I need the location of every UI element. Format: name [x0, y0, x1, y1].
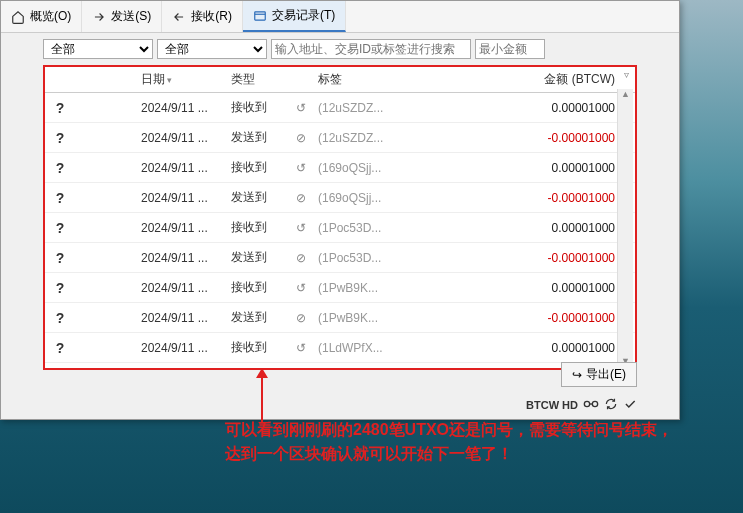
type-cell: 接收到	[225, 93, 290, 123]
table-row[interactable]: ?2024/9/11 ...接收到↺(12uSZDZ...0.00001000	[45, 93, 635, 123]
status-icon: ?	[45, 243, 75, 273]
svg-point-1	[584, 401, 589, 406]
direction-icon: ↺	[290, 93, 312, 123]
type-cell: 发送到	[225, 183, 290, 213]
type-cell: 接收到	[225, 333, 290, 363]
date-cell: 2024/9/11 ...	[135, 153, 225, 183]
min-amount-input[interactable]	[475, 39, 545, 59]
amount-cell: 0.00001000	[412, 273, 635, 303]
status-text: BTCW HD	[526, 399, 578, 411]
bottom-actions: ↪ 导出(E)	[561, 362, 637, 387]
table-row[interactable]: ?2024/9/11 ...发送到⊘(1LdWPfX...-0.00001000	[45, 363, 635, 371]
svg-point-2	[592, 401, 597, 406]
date-cell: 2024/9/11 ...	[135, 363, 225, 371]
transactions-table-container: 日期▾ 类型 标签 金额 (BTCW)▿ ?2024/9/11 ...接收到↺(…	[43, 65, 637, 370]
sync-icon	[604, 397, 618, 413]
label-cell: (169oQSjj...	[312, 183, 412, 213]
empty-cell	[75, 303, 135, 333]
empty-cell	[75, 93, 135, 123]
table-row[interactable]: ?2024/9/11 ...接收到↺(1LdWPfX...0.00001000	[45, 333, 635, 363]
amount-cell: -0.00001000	[412, 243, 635, 273]
amount-cell: 0.00001000	[412, 153, 635, 183]
table-row[interactable]: ?2024/9/11 ...接收到↺(1Poc53D...0.00001000	[45, 213, 635, 243]
tab-send-label: 发送(S)	[111, 8, 151, 25]
svg-rect-0	[255, 11, 266, 19]
amount-cell: 0.00001000	[412, 213, 635, 243]
label-cell: (1Poc53D...	[312, 213, 412, 243]
header-amount[interactable]: 金额 (BTCW)▿	[412, 67, 635, 93]
scrollbar[interactable]	[617, 89, 633, 366]
date-cell: 2024/9/11 ...	[135, 123, 225, 153]
table-row[interactable]: ?2024/9/11 ...接收到↺(1PwB9K...0.00001000	[45, 273, 635, 303]
type-cell: 接收到	[225, 153, 290, 183]
list-icon	[253, 9, 267, 23]
export-label: 导出(E)	[586, 366, 626, 383]
direction-icon: ⊘	[290, 363, 312, 371]
date-cell: 2024/9/11 ...	[135, 213, 225, 243]
main-toolbar: 概览(O) 发送(S) 接收(R) 交易记录(T)	[1, 1, 679, 33]
date-filter-select[interactable]: 全部	[43, 39, 153, 59]
send-icon	[92, 10, 106, 24]
header-date[interactable]: 日期▾	[135, 67, 225, 93]
transactions-table: 日期▾ 类型 标签 金额 (BTCW)▿ ?2024/9/11 ...接收到↺(…	[45, 67, 635, 370]
table-row[interactable]: ?2024/9/11 ...接收到↺(169oQSjj...0.00001000	[45, 153, 635, 183]
status-bar: BTCW HD	[526, 397, 637, 413]
direction-icon: ⊘	[290, 303, 312, 333]
label-cell: (1PwB9K...	[312, 303, 412, 333]
direction-icon: ↺	[290, 273, 312, 303]
type-filter-select[interactable]: 全部	[157, 39, 267, 59]
wallet-window: 概览(O) 发送(S) 接收(R) 交易记录(T) 全部 全部	[0, 0, 680, 420]
date-cell: 2024/9/11 ...	[135, 93, 225, 123]
status-icon: ?	[45, 273, 75, 303]
status-icon: ?	[45, 363, 75, 371]
tab-receive[interactable]: 接收(R)	[162, 1, 243, 32]
direction-icon: ⊘	[290, 123, 312, 153]
tab-transactions-label: 交易记录(T)	[272, 7, 335, 24]
check-icon	[623, 397, 637, 413]
empty-cell	[75, 153, 135, 183]
type-cell: 接收到	[225, 273, 290, 303]
label-cell: (1PwB9K...	[312, 273, 412, 303]
direction-icon: ↺	[290, 333, 312, 363]
direction-icon: ⊘	[290, 243, 312, 273]
direction-icon: ↺	[290, 213, 312, 243]
header-type[interactable]: 类型	[225, 67, 290, 93]
label-cell: (169oQSjj...	[312, 153, 412, 183]
label-cell: (12uSZDZ...	[312, 123, 412, 153]
export-icon: ↪	[572, 368, 582, 382]
receive-icon	[172, 10, 186, 24]
type-cell: 发送到	[225, 123, 290, 153]
empty-cell	[75, 333, 135, 363]
amount-cell: -0.00001000	[412, 303, 635, 333]
tab-overview[interactable]: 概览(O)	[1, 1, 82, 32]
status-icon: ?	[45, 153, 75, 183]
label-cell: (1LdWPfX...	[312, 333, 412, 363]
dropdown-icon: ▿	[624, 69, 629, 80]
search-input[interactable]	[271, 39, 471, 59]
status-icon: ?	[45, 333, 75, 363]
glasses-icon	[583, 399, 599, 411]
empty-cell	[75, 243, 135, 273]
label-cell: (12uSZDZ...	[312, 93, 412, 123]
tab-overview-label: 概览(O)	[30, 8, 71, 25]
table-row[interactable]: ?2024/9/11 ...发送到⊘(1PwB9K...-0.00001000	[45, 303, 635, 333]
table-row[interactable]: ?2024/9/11 ...发送到⊘(1Poc53D...-0.00001000	[45, 243, 635, 273]
svg-marker-4	[256, 368, 268, 378]
tab-receive-label: 接收(R)	[191, 8, 232, 25]
export-button[interactable]: ↪ 导出(E)	[561, 362, 637, 387]
table-row[interactable]: ?2024/9/11 ...发送到⊘(12uSZDZ...-0.00001000	[45, 123, 635, 153]
date-cell: 2024/9/11 ...	[135, 183, 225, 213]
empty-cell	[75, 123, 135, 153]
tab-send[interactable]: 发送(S)	[82, 1, 162, 32]
table-row[interactable]: ?2024/9/11 ...发送到⊘(169oQSjj...-0.0000100…	[45, 183, 635, 213]
header-label[interactable]: 标签	[312, 67, 412, 93]
amount-cell: 0.00001000	[412, 333, 635, 363]
sort-icon: ▾	[167, 75, 172, 85]
type-cell: 发送到	[225, 303, 290, 333]
amount-cell: 0.00001000	[412, 93, 635, 123]
home-icon	[11, 10, 25, 24]
status-icon: ?	[45, 123, 75, 153]
label-cell: (1Poc53D...	[312, 243, 412, 273]
annotation-text: 可以看到刚刚刷的2480笔UTXO还是问号，需要等待问号结束，达到一个区块确认就…	[225, 418, 685, 466]
tab-transactions[interactable]: 交易记录(T)	[243, 1, 346, 32]
